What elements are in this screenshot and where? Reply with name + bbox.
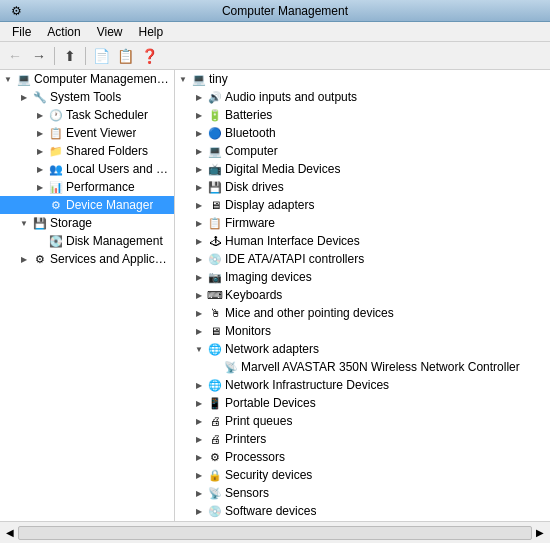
left-tree-item-sharedfolders[interactable]: ▶📁Shared Folders [0, 142, 174, 160]
menu-help[interactable]: Help [131, 23, 172, 41]
right-expand-icon-diskdrives[interactable]: ▶ [191, 179, 207, 195]
right-tree-item-digitalmedia[interactable]: ▶📺Digital Media Devices [175, 160, 550, 178]
right-expand-icon-networkadapters[interactable]: ▼ [191, 341, 207, 357]
right-expand-icon-softwaredevices[interactable]: ▶ [191, 503, 207, 519]
expand-icon-storage[interactable]: ▼ [16, 215, 32, 231]
right-tree-item-sensors[interactable]: ▶📡Sensors [175, 484, 550, 502]
right-label-marvell: Marvell AVASTAR 350N Wireless Network Co… [241, 360, 520, 374]
printqueue-icon-printqueues: 🖨 [207, 413, 223, 429]
menu-file[interactable]: File [4, 23, 39, 41]
menu-view[interactable]: View [89, 23, 131, 41]
gear-icon: ⚙ [32, 251, 48, 267]
right-label-securitydevices: Security devices [225, 468, 312, 482]
right-tree-item-networkadapters[interactable]: ▼🌐Network adapters [175, 340, 550, 358]
right-expand-icon-ideata[interactable]: ▶ [191, 251, 207, 267]
expand-icon-performance[interactable]: ▶ [32, 179, 48, 195]
right-tree-item-printqueues[interactable]: ▶🖨Print queues [175, 412, 550, 430]
left-label-systemtools: System Tools [50, 90, 121, 104]
right-tree-item-printers[interactable]: ▶🖨Printers [175, 430, 550, 448]
expand-icon-taskscheduler[interactable]: ▶ [32, 107, 48, 123]
right-tree-item-diskdrives[interactable]: ▶💾Disk drives [175, 178, 550, 196]
networkcard-icon-marvell: 📡 [223, 359, 239, 375]
right-expand-icon-mice[interactable]: ▶ [191, 305, 207, 321]
right-tree-item-computer[interactable]: ▶💻Computer [175, 142, 550, 160]
right-expand-icon-firmware[interactable]: ▶ [191, 215, 207, 231]
right-label-diskdrives: Disk drives [225, 180, 284, 194]
right-tree-item-batteries[interactable]: ▶🔋Batteries [175, 106, 550, 124]
show-hide-button[interactable]: 📄 [90, 45, 112, 67]
left-tree-item-services[interactable]: ▶⚙Services and Applications [0, 250, 174, 268]
right-expand-icon-sensors[interactable]: ▶ [191, 485, 207, 501]
scroll-right[interactable]: ▶ [534, 527, 546, 538]
left-tree-item-localusers[interactable]: ▶👥Local Users and Groups [0, 160, 174, 178]
right-expand-icon-networkinfra[interactable]: ▶ [191, 377, 207, 393]
right-expand-icon-monitors[interactable]: ▶ [191, 323, 207, 339]
right-expand-icon-securitydevices[interactable]: ▶ [191, 467, 207, 483]
up-button[interactable]: ⬆ [59, 45, 81, 67]
back-button[interactable]: ← [4, 45, 26, 67]
right-expand-icon-displayadapters[interactable]: ▶ [191, 197, 207, 213]
left-tree-item-performance[interactable]: ▶📊Performance [0, 178, 174, 196]
menu-action[interactable]: Action [39, 23, 88, 41]
left-panel[interactable]: ▼💻Computer Management (Local▶🔧System Too… [0, 70, 175, 521]
right-expand-icon-processors[interactable]: ▶ [191, 449, 207, 465]
properties-button[interactable]: 📋 [114, 45, 136, 67]
right-tree-item-audioinputs[interactable]: ▶🔊Audio inputs and outputs [175, 88, 550, 106]
expand-icon-sharedfolders[interactable]: ▶ [32, 143, 48, 159]
expand-icon-systemtools[interactable]: ▶ [16, 89, 32, 105]
right-tree-item-mice[interactable]: ▶🖱Mice and other pointing devices [175, 304, 550, 322]
right-tree-item-sound[interactable]: ▶🎵Sound, video and game controllers [175, 520, 550, 521]
scroll-left[interactable]: ◀ [4, 527, 16, 538]
expand-icon-root[interactable]: ▼ [175, 71, 191, 87]
right-tree-item-firmware[interactable]: ▶📋Firmware [175, 214, 550, 232]
right-expand-icon-printqueues[interactable]: ▶ [191, 413, 207, 429]
right-tree-item-portabledevices[interactable]: ▶📱Portable Devices [175, 394, 550, 412]
scroll-bar[interactable] [18, 526, 532, 540]
right-expand-icon-printers[interactable]: ▶ [191, 431, 207, 447]
right-tree-item-keyboards[interactable]: ▶⌨Keyboards [175, 286, 550, 304]
forward-button[interactable]: → [28, 45, 50, 67]
help-button[interactable]: ❓ [138, 45, 160, 67]
right-tree-item-securitydevices[interactable]: ▶🔒Security devices [175, 466, 550, 484]
right-tree-item-processors[interactable]: ▶⚙Processors [175, 448, 550, 466]
right-tree-root[interactable]: ▼💻tiny [175, 70, 550, 88]
right-expand-icon-imagingdevices[interactable]: ▶ [191, 269, 207, 285]
right-label-networkinfra: Network Infrastructure Devices [225, 378, 389, 392]
left-tree-item-devicemanager[interactable]: ⚙Device Manager [0, 196, 174, 214]
right-tree-item-humaninterface[interactable]: ▶🕹Human Interface Devices [175, 232, 550, 250]
right-label-processors: Processors [225, 450, 285, 464]
security-icon-securitydevices: 🔒 [207, 467, 223, 483]
right-expand-icon-audioinputs[interactable]: ▶ [191, 89, 207, 105]
right-expand-icon-batteries[interactable]: ▶ [191, 107, 207, 123]
right-expand-icon-portabledevices[interactable]: ▶ [191, 395, 207, 411]
right-tree-item-marvell[interactable]: 📡Marvell AVASTAR 350N Wireless Network C… [175, 358, 550, 376]
left-tree-item-systemtools[interactable]: ▶🔧System Tools [0, 88, 174, 106]
expand-icon-eventviewer[interactable]: ▶ [32, 125, 48, 141]
expand-icon-services[interactable]: ▶ [16, 251, 32, 267]
left-tree-item-storage[interactable]: ▼💾Storage [0, 214, 174, 232]
left-tree-item-root[interactable]: ▼💻Computer Management (Local [0, 70, 174, 88]
left-tree-item-eventviewer[interactable]: ▶📋Event Viewer [0, 124, 174, 142]
toolbar-separator-1 [54, 47, 55, 65]
right-label-sensors: Sensors [225, 486, 269, 500]
left-tree-item-diskmanagement[interactable]: 💽Disk Management [0, 232, 174, 250]
right-root-label: tiny [209, 72, 228, 86]
right-tree-item-displayadapters[interactable]: ▶🖥Display adapters [175, 196, 550, 214]
right-expand-icon-keyboards[interactable]: ▶ [191, 287, 207, 303]
right-expand-icon-computer[interactable]: ▶ [191, 143, 207, 159]
expand-icon-localusers[interactable]: ▶ [32, 161, 48, 177]
right-expand-icon-humaninterface[interactable]: ▶ [191, 233, 207, 249]
right-panel[interactable]: ▼💻tiny▶🔊Audio inputs and outputs▶🔋Batter… [175, 70, 550, 521]
right-tree-item-bluetooth[interactable]: ▶🔵Bluetooth [175, 124, 550, 142]
right-tree-item-softwaredevices[interactable]: ▶💿Software devices [175, 502, 550, 520]
right-expand-icon-digitalmedia[interactable]: ▶ [191, 161, 207, 177]
right-label-bluetooth: Bluetooth [225, 126, 276, 140]
right-tree-item-monitors[interactable]: ▶🖥Monitors [175, 322, 550, 340]
right-tree-item-ideata[interactable]: ▶💿IDE ATA/ATAPI controllers [175, 250, 550, 268]
expand-icon-root[interactable]: ▼ [0, 71, 16, 87]
right-tree-item-imagingdevices[interactable]: ▶📷Imaging devices [175, 268, 550, 286]
disk-icon-diskdrives: 💾 [207, 179, 223, 195]
right-expand-icon-bluetooth[interactable]: ▶ [191, 125, 207, 141]
right-tree-item-networkinfra[interactable]: ▶🌐Network Infrastructure Devices [175, 376, 550, 394]
left-tree-item-taskscheduler[interactable]: ▶🕐Task Scheduler [0, 106, 174, 124]
